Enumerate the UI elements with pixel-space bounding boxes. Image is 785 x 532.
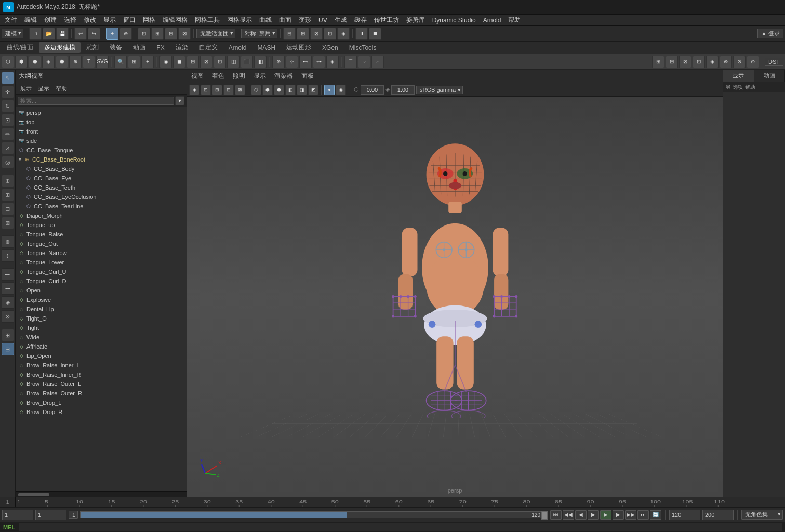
menu-item-曲面[interactable]: 曲面 <box>275 15 295 25</box>
left-tool-rotate[interactable]: ↻ <box>2 100 14 112</box>
vp-menu-renderer[interactable]: 渲染器 <box>272 71 295 82</box>
grid-btn5[interactable]: ◈ <box>337 28 350 40</box>
tool-icon-6[interactable]: ⊕ <box>69 56 82 68</box>
outliner-menu-show[interactable]: 展示 <box>18 84 34 93</box>
next-frame-btn[interactable]: ▶▶ <box>625 510 636 520</box>
save-btn[interactable]: 💾 <box>56 28 69 40</box>
menu-item-帮助[interactable]: 帮助 <box>504 15 524 25</box>
menu-item-创建[interactable]: 创建 <box>41 15 60 25</box>
list-item[interactable]: 📷 persp <box>16 108 187 117</box>
tool-icon-1[interactable]: ⬡ <box>2 56 14 68</box>
grid-btn1[interactable]: ⊟ <box>283 28 296 40</box>
menu-item-曲线[interactable]: 曲线 <box>256 15 275 25</box>
tool-icon-12[interactable]: ◉ <box>159 56 172 68</box>
rp-menu-help[interactable]: 帮助 <box>745 84 755 91</box>
list-item[interactable]: ◇ Brow_Drop_L <box>16 398 187 407</box>
right-tab-animation[interactable]: 动画 <box>754 70 786 82</box>
snap4-btn[interactable]: ⊠ <box>178 28 191 40</box>
menu-item-显示[interactable]: 显示 <box>100 15 119 25</box>
menu-item-姿势库[interactable]: 姿势库 <box>403 15 429 25</box>
tool-icon-27[interactable]: ⌢ <box>371 56 384 68</box>
tool-icon-11[interactable]: + <box>141 56 154 68</box>
tool-icon-end3[interactable]: ⊠ <box>679 56 691 68</box>
snap3-btn[interactable]: ⊟ <box>165 28 177 40</box>
left-tool-soft[interactable]: ◎ <box>2 156 14 168</box>
list-item[interactable]: ◇ Brow_Raise_Outer_R <box>16 389 187 398</box>
tool-icon-end4[interactable]: ⊡ <box>693 56 705 68</box>
left-tool-b2[interactable]: ⊶ <box>2 282 14 295</box>
menu-item-网格工具[interactable]: 网格工具 <box>191 15 223 25</box>
vp-icon-2[interactable]: ⊡ <box>201 85 211 95</box>
tool-icon-16[interactable]: ⊡ <box>214 56 226 68</box>
menu-item-修改[interactable]: 修改 <box>80 15 100 25</box>
left-tool-c1[interactable]: ⊞ <box>2 329 14 341</box>
vp-icon-9[interactable]: ◧ <box>285 85 296 95</box>
vp-icon-5[interactable]: ⊠ <box>235 85 245 95</box>
list-item[interactable]: ◇ Wide <box>16 332 187 342</box>
left-tool-deform[interactable]: ⊠ <box>2 217 14 229</box>
menu-item-Arnold[interactable]: Arnold <box>480 16 505 25</box>
tool-icon-22[interactable]: ⊷ <box>299 56 312 68</box>
left-tool-b4[interactable]: ⊗ <box>2 310 14 323</box>
list-item[interactable]: ◇ Tongue_Out <box>16 239 187 248</box>
vp-icon-12[interactable]: ◉ <box>336 85 346 95</box>
vp-menu-lighting[interactable]: 照明 <box>231 71 247 82</box>
tool-icon-24[interactable]: ◈ <box>326 56 339 68</box>
list-item[interactable]: ◇ Tight <box>16 323 187 332</box>
vp-menu-view[interactable]: 视图 <box>189 71 206 82</box>
list-item[interactable]: 📷 front <box>16 127 187 136</box>
list-item[interactable]: ◇ Tongue_Lower <box>16 258 187 267</box>
list-item[interactable]: ◇ Diaper_Morph <box>16 211 187 220</box>
tab-curve-surface[interactable]: 曲线/曲面 <box>2 42 38 53</box>
activate-dropdown[interactable]: 无激活面团 <box>196 29 235 38</box>
left-tool-paint[interactable]: ✏ <box>2 128 14 140</box>
tool-icon-9[interactable]: 🔍 <box>114 56 127 68</box>
tool-icon-end6[interactable]: ⊗ <box>720 56 732 68</box>
tab-xgen[interactable]: XGen <box>317 43 343 52</box>
tab-misc[interactable]: MiscTools <box>344 43 382 52</box>
right-tab-display[interactable]: 显示 <box>723 70 754 82</box>
tool-icon-20[interactable]: ⊛ <box>272 56 285 68</box>
list-item[interactable]: ⬡ CC_Base_EyeOcclusion <box>16 192 187 202</box>
menu-item-文件[interactable]: 文件 <box>1 15 21 25</box>
outliner-menu-display[interactable]: 显示 <box>35 84 52 93</box>
login-btn[interactable]: ▲ 登录 <box>757 29 783 38</box>
grid-btn3[interactable]: ⊠ <box>310 28 323 40</box>
menu-item-UV[interactable]: UV <box>315 16 331 25</box>
vp-icon-10[interactable]: ◨ <box>297 85 307 95</box>
left-tool-scale[interactable]: ⊡ <box>2 114 14 126</box>
redo-btn[interactable]: ↪ <box>88 28 100 40</box>
grid-btn4[interactable]: ⊡ <box>324 28 336 40</box>
list-item[interactable]: ◇ Brow_Drop_R <box>16 407 187 417</box>
go-to-end-btn[interactable]: ⏭ <box>637 510 649 520</box>
list-item[interactable]: ◇ Tongue_Raise <box>16 230 187 239</box>
move-btn[interactable]: ⊕ <box>119 28 132 40</box>
rp-menu-options[interactable]: 选项 <box>733 84 743 91</box>
outliner-search-input[interactable] <box>18 97 174 105</box>
vp-colorspace-dropdown[interactable]: sRGB gamma <box>416 86 463 94</box>
left-tool-select[interactable]: ↖ <box>2 72 14 84</box>
left-tool-c2[interactable]: ⊟ <box>2 343 14 355</box>
playback-max-input[interactable] <box>702 510 734 520</box>
undo-btn[interactable]: ↩ <box>74 28 87 40</box>
stop-btn[interactable]: ⏹ <box>369 28 381 40</box>
menu-item-编辑[interactable]: 编辑 <box>21 15 41 25</box>
list-item[interactable]: ◇ Lip_Open <box>16 351 187 361</box>
list-item[interactable]: ◇ Dental_Lip <box>16 304 187 314</box>
left-tool-b3[interactable]: ◈ <box>2 296 14 309</box>
select-btn[interactable]: ✦ <box>106 28 118 40</box>
menu-item-变形[interactable]: 变形 <box>295 15 315 25</box>
list-item[interactable]: ◇ Tongue_Narrow <box>16 248 187 258</box>
tab-custom[interactable]: 自定义 <box>194 42 223 53</box>
mode-dropdown[interactable]: 建模 <box>2 29 23 38</box>
vp-icon-7[interactable]: ⬢ <box>262 85 273 95</box>
list-item[interactable]: ◇ Tongue_up <box>16 220 187 230</box>
tab-fx[interactable]: FX <box>151 43 169 52</box>
menu-item-网格[interactable]: 网格 <box>139 15 159 25</box>
tool-icon-17[interactable]: ◫ <box>227 56 240 68</box>
tool-icon-25[interactable]: ⌒ <box>344 56 357 68</box>
vp-menu-show[interactable]: 显示 <box>251 71 268 82</box>
left-tool-a2[interactable]: ⊹ <box>2 249 14 262</box>
tab-polygon[interactable]: 多边形建模 <box>39 42 81 53</box>
list-item[interactable]: ◇ Tongue_Curl_D <box>16 276 187 286</box>
